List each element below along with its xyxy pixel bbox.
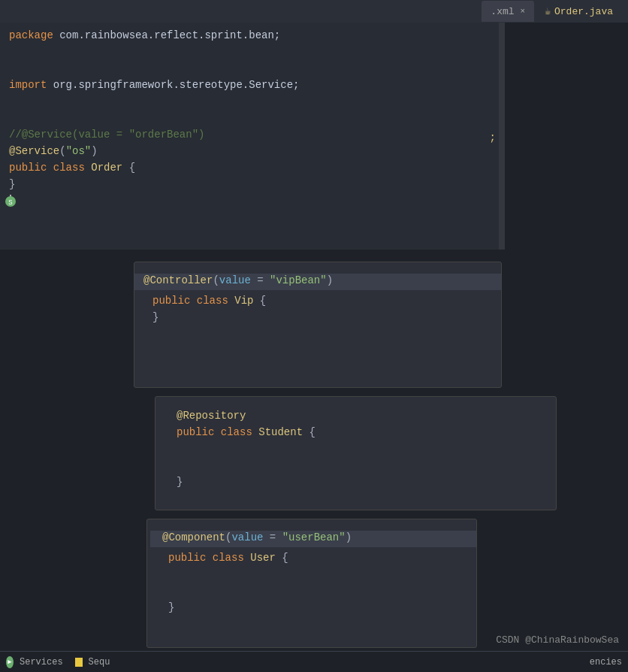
keyword-public: public (177, 426, 221, 438)
code-content-order: package com.rainbowsea.reflect.sprint.be… (0, 23, 505, 210)
code-line-cursor (0, 194, 505, 210)
equals: = (263, 531, 282, 543)
watermark: CSDN @ChinaRainbowSea (496, 634, 619, 646)
annotation-value: "os" (66, 145, 92, 157)
import-name: org.springframework.stereotype.Service; (53, 79, 300, 91)
code-line: } (0, 177, 505, 194)
annotation-controller: @Controller (143, 274, 213, 286)
class-name-student: Student (258, 426, 309, 438)
code-line (0, 45, 505, 62)
tab-bar: .xml × ☕ Order.java (0, 0, 628, 23)
right-panel-bg (505, 23, 628, 651)
annotation-paren: ( (59, 145, 65, 157)
code-line (168, 459, 547, 475)
partial-char: ; (490, 132, 496, 144)
services-label: Services (20, 657, 63, 667)
brace-open: { (282, 552, 288, 564)
brace-open: { (309, 426, 315, 438)
keyword-class: class (213, 552, 250, 564)
code-line: public class User { (159, 551, 467, 568)
code-line: public class Order { (0, 161, 505, 177)
class-name-vip: Vip (234, 295, 260, 307)
sequence-label: Sequ (89, 657, 110, 667)
code-line: public class Student { (168, 425, 547, 442)
code-line: @Service ( "os" ) (0, 144, 505, 161)
status-bar: ▶ Services Sequ encies (0, 651, 628, 672)
class-name-user: User (250, 552, 282, 564)
brace-close: } (152, 311, 159, 323)
param-value: "userBean" (282, 531, 346, 543)
paren: ( (213, 274, 219, 286)
annotation-service: @Service (9, 145, 59, 157)
keyword-public: public (168, 552, 213, 564)
spring-indicator: S (5, 195, 17, 210)
status-right-text: encies (590, 657, 622, 667)
code-line: @Component ( value = "userBean" ) (150, 531, 476, 547)
code-line: @Controller ( value = "vipBean" ) (134, 274, 501, 290)
code-line: @Repository (168, 409, 547, 425)
paren-close: ) (327, 274, 333, 286)
code-line: public class Vip { (143, 294, 492, 310)
code-line (0, 95, 505, 111)
editor-panel-vip[interactable]: @Controller ( value = "vipBean" ) public… (134, 262, 502, 388)
code-line: } (159, 601, 467, 617)
sequence-status-item[interactable]: Sequ (75, 657, 110, 667)
keyword-class: class (53, 162, 91, 174)
tab-order-java[interactable]: ☕ Order.java (536, 1, 622, 22)
code-line (159, 584, 467, 601)
editor-panel-user[interactable]: @Component ( value = "userBean" ) public… (146, 519, 477, 648)
package-name: com.rainbowsea.reflect.sprint.bean; (59, 29, 280, 41)
sequence-icon (75, 657, 86, 667)
comment-text: //@Service(value = "orderBean") (9, 129, 204, 141)
code-line: } (143, 310, 492, 327)
services-status-item[interactable]: ▶ Services (6, 657, 63, 667)
param-name: value (231, 531, 263, 543)
equals: = (251, 274, 270, 286)
code-line: } (168, 475, 547, 492)
brace-close: } (168, 601, 174, 613)
tab-xml-label: .xml (491, 6, 514, 17)
tab-order-java-label: Order.java (554, 6, 613, 17)
code-content-vip: @Controller ( value = "vipBean" ) public… (134, 262, 501, 336)
editor-panel-order[interactable]: S package com.rainbowsea.reflect.sprint.… (0, 23, 505, 250)
watermark-text: CSDN @ChinaRainbowSea (496, 634, 619, 646)
spring-dot: ▶ (6, 656, 14, 668)
brace-open: { (260, 295, 266, 307)
paren: ( (225, 531, 231, 543)
code-line: import org.springframework.stereotype.Se… (0, 78, 505, 95)
seq-square (75, 658, 83, 667)
svg-text:S: S (8, 199, 12, 207)
paren-close: ) (346, 531, 352, 543)
annotation-component: @Component (162, 531, 225, 543)
class-name: Order (91, 162, 128, 174)
keyword-public: public (9, 162, 53, 174)
tab-xml[interactable]: .xml × (482, 1, 534, 22)
code-line (0, 62, 505, 78)
services-icon: ▶ (6, 657, 17, 667)
keyword-package: package (9, 29, 59, 41)
code-line (168, 442, 547, 459)
encies-label: encies (590, 657, 622, 667)
brace-close: } (177, 476, 183, 488)
keyword-class: class (221, 426, 258, 438)
annotation-repository: @Repository (177, 410, 246, 422)
code-content-user: @Component ( value = "userBean" ) public… (147, 519, 476, 626)
java-icon: ☕ (545, 5, 551, 17)
brace-open: { (129, 162, 135, 174)
code-line: package com.rainbowsea.reflect.sprint.be… (0, 29, 505, 45)
brace-close: } (9, 178, 15, 190)
code-line: //@Service(value = "orderBean") (0, 128, 505, 144)
keyword-public: public (152, 295, 197, 307)
keyword-class: class (197, 295, 234, 307)
param-name: value (219, 274, 251, 286)
code-content-student: @Repository public class Student { } (155, 397, 556, 501)
code-line (159, 568, 467, 584)
code-line (0, 111, 505, 128)
param-value: "vipBean" (270, 274, 327, 286)
editor-panel-student[interactable]: @Repository public class Student { } (155, 396, 557, 510)
keyword-import: import (9, 79, 53, 91)
annotation-paren-close: ) (91, 145, 97, 157)
tab-xml-close[interactable]: × (521, 7, 526, 16)
